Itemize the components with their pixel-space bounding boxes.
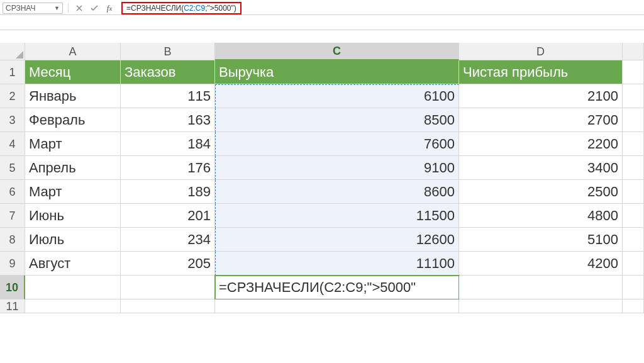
cell-empty[interactable] <box>25 299 121 313</box>
row-header-active[interactable]: 10 <box>0 276 25 299</box>
cell-empty[interactable] <box>121 299 215 313</box>
cell-profit[interactable]: 4800 <box>459 204 623 228</box>
active-cell[interactable]: =СРЗНАЧЕСЛИ(C2:C9;">5000" <box>215 276 459 299</box>
cell-empty[interactable] <box>623 108 644 132</box>
row-header[interactable]: 2 <box>0 84 25 108</box>
spreadsheet-grid[interactable]: A B C D 1 Месяц Заказов Выручка Чистая п… <box>0 43 644 313</box>
row-header[interactable]: 5 <box>0 156 25 180</box>
cell-revenue[interactable]: 8600 <box>215 180 459 204</box>
cell-month[interactable]: Март <box>25 180 121 204</box>
select-all-corner[interactable] <box>0 43 25 60</box>
cell-revenue[interactable]: 9100 <box>215 156 459 180</box>
cell-revenue[interactable]: 6100 <box>215 84 459 108</box>
col-header-D[interactable]: D <box>459 43 623 60</box>
formula-range-ref: C2:C9 <box>184 4 205 13</box>
formula-bar-expand-area <box>0 15 644 30</box>
cell-revenue[interactable]: 7600 <box>215 132 459 156</box>
cell-empty[interactable] <box>623 156 644 180</box>
chevron-down-icon[interactable]: ▼ <box>54 5 60 11</box>
cell-empty[interactable] <box>623 204 644 228</box>
row-header[interactable]: 11 <box>0 299 25 313</box>
cell-month[interactable]: Апрель <box>25 156 121 180</box>
name-box-value: СРЗНАЧ <box>6 4 35 13</box>
cell-profit[interactable]: 5100 <box>459 228 623 252</box>
cell-empty[interactable] <box>121 276 215 299</box>
cell-profit[interactable]: 2100 <box>459 84 623 108</box>
cell-empty[interactable] <box>623 60 644 84</box>
cell-empty[interactable] <box>623 132 644 156</box>
cell-orders[interactable]: 205 <box>121 252 215 276</box>
row-header[interactable]: 9 <box>0 252 25 276</box>
row-header[interactable]: 7 <box>0 204 25 228</box>
cell-revenue[interactable]: 11500 <box>215 204 459 228</box>
formula-input[interactable]: =СРЗНАЧЕСЛИ(C2:C9;">5000") <box>121 2 242 14</box>
cell-empty[interactable] <box>215 299 459 313</box>
cell-orders[interactable]: 115 <box>121 84 215 108</box>
cell-month[interactable]: Февраль <box>25 108 121 132</box>
cell-profit[interactable]: 3400 <box>459 156 623 180</box>
cell-empty[interactable] <box>623 299 644 313</box>
name-box[interactable]: СРЗНАЧ ▼ <box>3 3 63 14</box>
cell-empty[interactable] <box>623 276 644 299</box>
row-header[interactable]: 6 <box>0 180 25 204</box>
cell-revenue[interactable]: 12600 <box>215 228 459 252</box>
cell-empty[interactable] <box>459 276 623 299</box>
cell-empty[interactable] <box>623 84 644 108</box>
formula-bar: СРЗНАЧ ▼ fx =СРЗНАЧЕСЛИ(C2:C9;">5000") <box>0 0 644 15</box>
col-header-C[interactable]: C <box>215 43 459 60</box>
formula-text-prefix: =СРЗНАЧЕСЛИ( <box>126 4 184 13</box>
table-header-orders[interactable]: Заказов <box>121 60 215 84</box>
cell-month[interactable]: Август <box>25 252 121 276</box>
cell-month[interactable]: Июль <box>25 228 121 252</box>
spacer <box>0 30 644 43</box>
row-header[interactable]: 3 <box>0 108 25 132</box>
col-header-overflow <box>623 43 644 60</box>
cell-empty[interactable] <box>623 228 644 252</box>
cell-month[interactable]: Июнь <box>25 204 121 228</box>
cell-month[interactable]: Март <box>25 132 121 156</box>
cell-revenue[interactable]: 11100 <box>215 252 459 276</box>
enter-formula-icon[interactable] <box>89 3 100 14</box>
cell-month[interactable]: Январь <box>25 84 121 108</box>
col-header-A[interactable]: A <box>25 43 121 60</box>
table-header-month[interactable]: Месяц <box>25 60 121 84</box>
cell-orders[interactable]: 184 <box>121 132 215 156</box>
cell-revenue[interactable]: 8500 <box>215 108 459 132</box>
row-header[interactable]: 8 <box>0 228 25 252</box>
cell-empty[interactable] <box>623 180 644 204</box>
cell-profit[interactable]: 4200 <box>459 252 623 276</box>
formula-text-cond: ;">5000") <box>205 4 236 13</box>
cell-empty[interactable] <box>623 252 644 276</box>
col-header-B[interactable]: B <box>121 43 215 60</box>
cell-orders[interactable]: 176 <box>121 156 215 180</box>
table-header-profit[interactable]: Чистая прибыль <box>459 60 623 84</box>
cell-orders[interactable]: 201 <box>121 204 215 228</box>
cancel-formula-icon[interactable] <box>74 3 85 14</box>
cell-empty[interactable] <box>25 276 121 299</box>
divider <box>68 3 69 13</box>
cell-orders[interactable]: 189 <box>121 180 215 204</box>
cell-profit[interactable]: 2700 <box>459 108 623 132</box>
cell-profit[interactable]: 2200 <box>459 132 623 156</box>
cell-orders[interactable]: 234 <box>121 228 215 252</box>
fx-icon[interactable]: fx <box>104 3 115 14</box>
cell-orders[interactable]: 163 <box>121 108 215 132</box>
row-header[interactable]: 4 <box>0 132 25 156</box>
cell-empty[interactable] <box>459 299 623 313</box>
table-header-revenue[interactable]: Выручка <box>215 60 459 84</box>
row-header[interactable]: 1 <box>0 60 25 84</box>
cell-profit[interactable]: 2500 <box>459 180 623 204</box>
